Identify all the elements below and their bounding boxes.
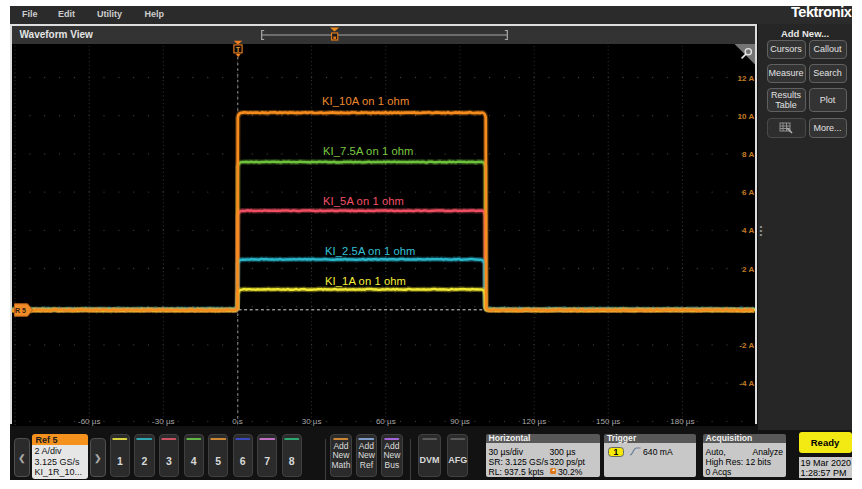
- svg-text:-4 A: -4 A: [739, 379, 754, 388]
- svg-text:2 A: 2 A: [742, 264, 754, 273]
- svg-text:KI_5A on 1 ohm: KI_5A on 1 ohm: [323, 194, 404, 206]
- svg-text:10 A: 10 A: [737, 111, 754, 120]
- svg-text:180 µs: 180 µs: [670, 417, 694, 426]
- svg-text:120 µs: 120 µs: [522, 417, 546, 426]
- svg-text:T: T: [236, 45, 240, 52]
- svg-text:0 s: 0 s: [232, 417, 243, 426]
- svg-text:6 A: 6 A: [742, 188, 754, 197]
- svg-text:90 µs: 90 µs: [450, 417, 470, 426]
- svg-text:KI_2.5A on 1 ohm: KI_2.5A on 1 ohm: [325, 245, 416, 257]
- svg-text:150 µs: 150 µs: [596, 417, 620, 426]
- svg-text:30 µs: 30 µs: [301, 417, 321, 426]
- svg-text:-30 µs: -30 µs: [152, 417, 174, 426]
- svg-text:60 µs: 60 µs: [375, 417, 395, 426]
- svg-text:12 A: 12 A: [737, 73, 754, 82]
- svg-text:KI_7.5A on 1 ohm: KI_7.5A on 1 ohm: [323, 145, 414, 157]
- svg-text:8 A: 8 A: [742, 149, 754, 158]
- svg-text:-60 µs: -60 µs: [77, 417, 99, 426]
- svg-text:KI_10A on 1 ohm: KI_10A on 1 ohm: [322, 95, 409, 107]
- svg-text:R 5: R 5: [15, 306, 26, 313]
- svg-text:4 A: 4 A: [742, 226, 754, 235]
- svg-text:-2 A: -2 A: [739, 340, 754, 349]
- svg-text:KI_1A on 1 ohm: KI_1A on 1 ohm: [325, 274, 406, 286]
